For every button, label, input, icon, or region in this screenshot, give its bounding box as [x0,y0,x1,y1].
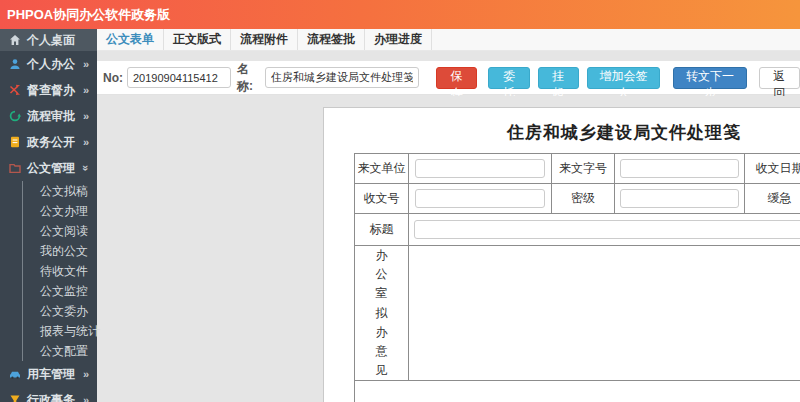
top-bar: PHPOA协同办公软件政务版 ≡ [0,0,800,29]
document-management-submenu: 公文拟稿 公文办理 公文阅读 我的公文 待收文件 公文监控 公文委办 报表与统计… [22,181,97,361]
sidebar-item-gov-disclosure[interactable]: 政务公开 » [0,129,97,155]
submenu-item-doc-delegate[interactable]: 公文委办 [23,301,97,321]
office-opinion-label-cell: 办公室拟办意见 [355,246,409,381]
office-opinion-label: 办公室拟办意见 [375,246,388,380]
home-icon [9,34,23,46]
secrecy-level-cell [615,184,745,214]
receive-no-label: 收文号 [355,184,409,214]
tab-document-form[interactable]: 公文表单 [97,29,164,50]
sidebar-item-vehicle-management[interactable]: 用车管理 » [0,361,97,387]
secrecy-level-label: 密级 [552,184,615,214]
sidebar-item-label: 流程审批 [27,108,75,125]
submenu-item-reports-stats[interactable]: 报表与统计 [23,321,97,341]
document-paper: 住房和城乡建设局文件处理笺 来文单位 来文字号 收文日期 收文号 [323,107,800,402]
chevron-right-icon: » [83,368,89,380]
sidebar-item-label: 督查督办 [27,82,75,99]
add-countersigner-button[interactable]: 增加会签人 [587,67,660,89]
doc-title-input[interactable] [414,220,800,239]
sidebar-item-label: 政务公开 [27,134,75,151]
office-opinion-cell[interactable] [409,246,800,381]
save-button[interactable]: 保存 [436,67,477,89]
tab-progress[interactable]: 办理进度 [365,29,432,50]
sidebar-item-workflow-approval[interactable]: 流程审批 » [0,103,97,129]
incoming-ref-no-input[interactable] [620,159,739,178]
sidebar: 个人桌面 个人办公 » 督查督办 » 流程审批 » 政务公开 » 公文管理 » [0,29,97,402]
sidebar-item-supervision[interactable]: 督查督办 » [0,77,97,103]
submenu-item-doc-monitor[interactable]: 公文监控 [23,281,97,301]
cycle-arrow-icon [9,110,23,122]
submenu-item-doc-config[interactable]: 公文配置 [23,341,97,361]
doc-title-label: 标题 [355,214,409,246]
sidebar-item-label: 用车管理 [27,366,75,383]
table-row: 办公室拟办意见 [355,246,800,381]
sidebar-item-label: 行政事务 [27,392,75,402]
sidebar-item-personal-office[interactable]: 个人办公 » [0,51,97,77]
car-icon [9,368,23,380]
chevron-right-icon: » [83,394,89,402]
secrecy-level-input[interactable] [620,189,739,208]
forward-next-step-button[interactable]: 转文下一步 [673,67,746,89]
document-title: 住房和城乡建设局文件处理笺 [354,121,800,144]
submenu-item-my-docs[interactable]: 我的公文 [23,241,97,261]
incoming-unit-label: 来文单位 [355,154,409,184]
incoming-unit-cell [409,154,552,184]
tab-bar: 公文表单 正文版式 流程附件 流程签批 办理进度 [97,29,800,51]
tab-flow-signoff[interactable]: 流程签批 [298,29,365,50]
funnel-icon [9,394,23,402]
folder-icon [9,162,23,174]
chevron-down-icon: » [80,165,92,171]
submenu-item-doc-handle[interactable]: 公文办理 [23,201,97,221]
table-row: 标题 [355,214,800,246]
chevron-right-icon: » [83,58,89,70]
sidebar-item-admin-affairs[interactable]: 行政事务 » [0,387,97,402]
tab-flow-attachments[interactable]: 流程附件 [231,29,298,50]
receive-date-label: 收文日期 [745,154,800,184]
sidebar-item-document-management[interactable]: 公文管理 » [0,155,97,181]
content-area: 住房和城乡建设局文件处理笺 来文单位 来文字号 收文日期 收文号 [97,96,800,402]
urgency-label: 缓急 [745,184,800,214]
table-row: 主要领导批示: [355,381,800,402]
back-button[interactable]: 返回 [759,67,800,89]
chevron-right-icon: » [83,84,89,96]
incoming-ref-no-label: 来文字号 [552,154,615,184]
doc-title-cell [409,214,800,246]
sidebar-item-label: 个人桌面 [27,32,75,49]
document-icon [9,136,23,148]
sidebar-item-personal-desktop[interactable]: 个人桌面 [0,29,97,51]
submenu-item-pending-files[interactable]: 待收文件 [23,261,97,281]
user-icon [9,58,23,70]
chevron-right-icon: » [83,136,89,148]
name-input[interactable] [265,67,419,88]
document-form-table: 来文单位 来文字号 收文日期 收文号 密级 缓急 标题 [354,153,800,402]
table-row: 来文单位 来文字号 收文日期 [355,154,800,184]
receive-no-input[interactable] [415,189,546,208]
receive-no-cell [409,184,552,214]
submenu-item-doc-draft[interactable]: 公文拟稿 [23,181,97,201]
name-label: 名称: [237,61,262,95]
submenu-item-doc-read[interactable]: 公文阅读 [23,221,97,241]
sidebar-item-label: 公文管理 [27,160,75,177]
hamburger-menu-icon[interactable]: ≡ [145,4,155,24]
main-area: 公文表单 正文版式 流程附件 流程签批 办理进度 No: 名称: 保存 委托 挂… [97,29,800,402]
table-row: 收文号 密级 缓急 [355,184,800,214]
tab-bar-spacer [432,29,800,50]
delegate-button[interactable]: 委托 [488,67,529,89]
incoming-ref-no-cell [615,154,745,184]
chevron-right-icon: » [83,110,89,122]
shuffle-icon [9,84,23,96]
suspend-button[interactable]: 挂起 [538,67,579,89]
no-input[interactable] [127,67,231,88]
document-toolbar: No: 名称: 保存 委托 挂起 增加会签人 转文下一步 返回 [97,61,800,95]
sidebar-item-label: 个人办公 [27,56,75,73]
no-label: No: [103,71,123,85]
tab-body-layout[interactable]: 正文版式 [164,29,231,50]
content-gap [97,51,800,61]
main-leader-note-cell[interactable]: 主要领导批示: [355,381,800,402]
incoming-unit-input[interactable] [415,159,546,178]
